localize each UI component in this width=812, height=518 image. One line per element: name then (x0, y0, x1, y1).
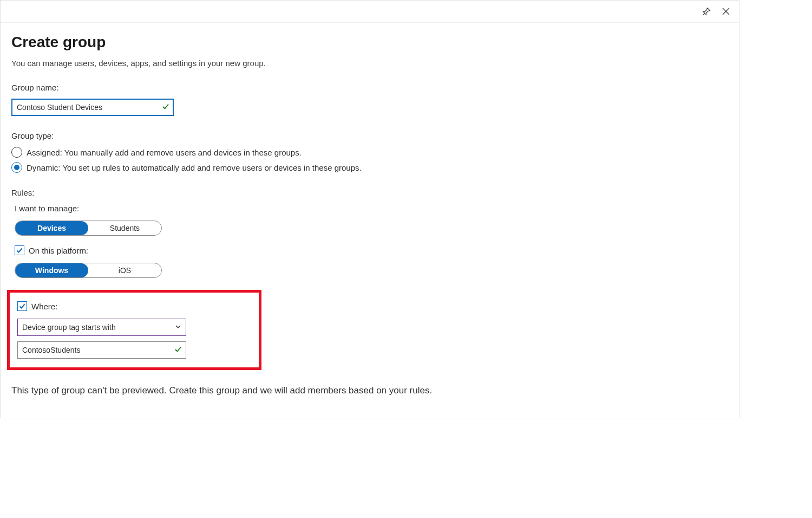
toggle-students[interactable]: Students (88, 221, 161, 235)
toggle-devices[interactable]: Devices (15, 221, 88, 235)
group-type-radios: Assigned: You manually add and remove us… (11, 147, 728, 173)
create-group-panel: Create group You can manage users, devic… (0, 0, 739, 418)
checkmark-icon (174, 346, 182, 355)
group-name-field-wrap (11, 99, 174, 116)
where-value-input[interactable] (17, 341, 186, 359)
where-condition-text: Device group tag starts with (22, 323, 116, 332)
where-highlight: Where: Device group tag starts with (7, 290, 261, 370)
manage-label: I want to manage: (15, 204, 728, 213)
footer-text: This type of group can't be previewed. C… (11, 385, 728, 396)
group-name-input[interactable] (11, 99, 174, 116)
chevron-down-icon (175, 323, 181, 332)
panel-header (1, 1, 739, 23)
group-name-label: Group name: (11, 83, 728, 92)
toggle-ios[interactable]: iOS (88, 263, 161, 277)
radio-assigned-label: Assigned: You manually add and remove us… (27, 148, 302, 157)
platform-label: On this platform: (29, 246, 88, 255)
radio-circle-icon (11, 147, 22, 158)
checkbox-icon (17, 301, 27, 311)
platform-toggle: Windows iOS (15, 263, 162, 278)
where-condition-dropdown[interactable]: Device group tag starts with (17, 319, 186, 336)
page-title: Create group (11, 34, 728, 51)
where-checkbox-row[interactable]: Where: (17, 301, 250, 311)
platform-checkbox-row[interactable]: On this platform: (15, 245, 728, 255)
checkbox-icon (15, 245, 24, 255)
radio-dynamic[interactable]: Dynamic: You set up rules to automatical… (11, 162, 728, 173)
pin-icon[interactable] (701, 6, 712, 17)
group-type-label: Group type: (11, 131, 728, 140)
manage-toggle: Devices Students (15, 221, 162, 236)
close-icon[interactable] (721, 6, 731, 17)
where-label: Where: (31, 302, 57, 311)
radio-circle-icon (11, 162, 22, 173)
radio-assigned[interactable]: Assigned: You manually add and remove us… (11, 147, 728, 158)
page-description: You can manage users, devices, apps, and… (11, 59, 728, 68)
toggle-windows[interactable]: Windows (15, 263, 88, 277)
checkmark-icon (162, 103, 169, 112)
rules-label: Rules: (11, 188, 728, 197)
radio-dynamic-label: Dynamic: You set up rules to automatical… (27, 163, 362, 172)
where-value-wrap (17, 341, 186, 359)
panel-body: Create group You can manage users, devic… (1, 23, 739, 418)
